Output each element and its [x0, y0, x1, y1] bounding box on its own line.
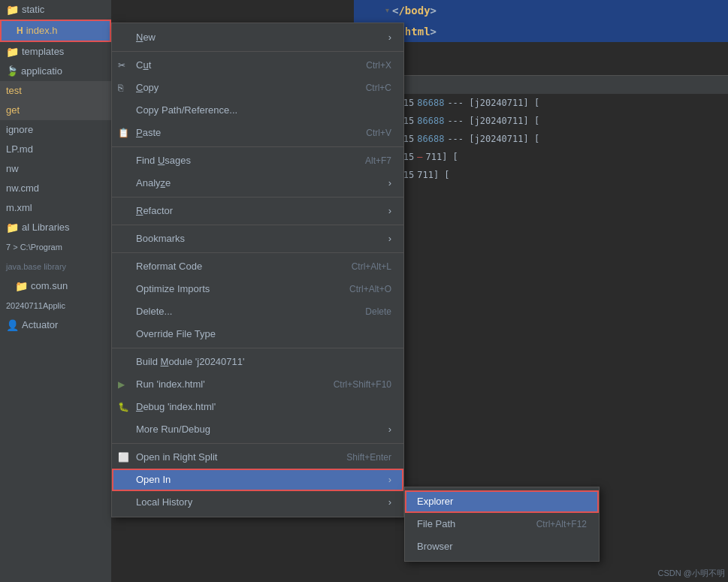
- debug-icon: 🐛: [118, 399, 129, 415]
- log-text-1: --- [j20240711] [: [447, 95, 539, 111]
- tree-label-ignore: ignore: [6, 122, 33, 138]
- menu-item-debug[interactable]: 🐛 Debug 'index.html': [112, 396, 403, 418]
- tree-item-templates[interactable]: 📁 templates: [0, 42, 111, 62]
- log-number-2: 86688: [417, 113, 444, 129]
- menu-arrow-open-in: ›: [388, 472, 391, 488]
- menu-item-build[interactable]: Build Module 'j20240711': [112, 351, 403, 373]
- menu-label-build: Build Module 'j20240711': [136, 354, 391, 370]
- tree-label-nwcmd: nw.cmd: [6, 180, 39, 197]
- menu-shortcut-paste: Ctrl+V: [366, 125, 391, 141]
- submenu-label-browser: Browser: [417, 538, 453, 555]
- tree-item-lpmd[interactable]: LP.md: [0, 140, 111, 159]
- log-number-3: 86688: [417, 131, 444, 147]
- submenu-shortcut-file-path: Ctrl+Alt+F12: [536, 516, 587, 532]
- tree-label-comsun: com.sun: [31, 278, 68, 294]
- tree-label-20240711: 20240711Applic: [6, 297, 65, 314]
- menu-label-cut: Cut: [136, 57, 351, 74]
- menu-item-open-right[interactable]: ⬜ Open in Right Split Shift+Enter: [112, 446, 403, 469]
- code-tag-body-close: /body: [398, 2, 430, 20]
- tree-item-test[interactable]: test: [0, 81, 111, 101]
- menu-label-copy-path: Copy Path/Reference...: [136, 102, 391, 119]
- menu-label-override: Override File Type: [136, 326, 391, 342]
- menu-item-refactor[interactable]: Refactor ›: [112, 200, 403, 222]
- menu-separator-4: [112, 225, 403, 225]
- tree-item-ignore[interactable]: ignore: [0, 120, 111, 140]
- submenu-item-file-path[interactable]: File Path Ctrl+Alt+F12: [405, 513, 599, 535]
- menu-label-open-right: Open in Right Split: [136, 449, 331, 466]
- menu-separator-7: [112, 443, 403, 444]
- tree-item-javabase[interactable]: java.base library: [0, 257, 111, 276]
- menu-label-copy: Copy: [136, 80, 351, 96]
- log-text-4: 711] [: [425, 149, 458, 165]
- tree-label-templates: templates: [22, 44, 64, 60]
- menu-label-run: Run 'index.html': [136, 376, 319, 393]
- submenu-item-browser[interactable]: Browser: [405, 535, 599, 558]
- log-number-1: 86688: [417, 95, 444, 111]
- menu-label-local-history: Local History: [136, 494, 382, 511]
- menu-item-find-usages[interactable]: Find Usages Alt+F7: [112, 149, 403, 172]
- tree-item-static[interactable]: 📁 static: [0, 0, 111, 20]
- tree-label-program: 7 > C:\Program: [6, 239, 62, 255]
- log-text-3: --- [j20240711] [: [447, 131, 539, 147]
- tree-item-program[interactable]: 7 > C:\Program: [0, 237, 111, 257]
- code-line-body: ▾ </body>: [354, 0, 728, 21]
- menu-item-new[interactable]: New ›: [112, 26, 403, 49]
- tree-item-actuator[interactable]: 👤 Actuator: [0, 315, 111, 335]
- menu-separator-5: [112, 252, 403, 253]
- actuator-icon: 👤: [6, 317, 19, 333]
- tree-item-index[interactable]: H index.h: [0, 20, 111, 42]
- code-bracket-html-close: >: [430, 23, 436, 41]
- menu-item-cut[interactable]: ✂ Cut Ctrl+X: [112, 54, 403, 77]
- menu-label-more-run: More Run/Debug: [136, 421, 382, 438]
- submenu-item-explorer[interactable]: Explorer: [405, 490, 599, 513]
- folder-icon: 📁: [6, 2, 19, 18]
- menu-item-local-history[interactable]: Local History ›: [112, 491, 403, 514]
- menu-item-reformat[interactable]: Reformat Code Ctrl+Alt+L: [112, 255, 403, 278]
- submenu: Explorer File Path Ctrl+Alt+F12 Browser: [404, 487, 600, 562]
- paste-icon: 📋: [118, 125, 129, 141]
- code-bracket-body-close: >: [430, 2, 436, 20]
- tree-item-get[interactable]: get: [0, 101, 111, 120]
- tree-label-test: test: [6, 83, 22, 99]
- menu-item-optimize[interactable]: Optimize Imports Ctrl+Alt+O: [112, 278, 403, 300]
- folder-icon-libraries: 📁: [6, 219, 19, 236]
- menu-item-open-in[interactable]: Open In ›: [112, 469, 403, 491]
- menu-arrow-more-run: ›: [388, 421, 391, 438]
- breadcrumb-bar: › body: [354, 75, 728, 95]
- tree-item-mxml[interactable]: m.xml: [0, 198, 111, 218]
- menu-item-more-run[interactable]: More Run/Debug ›: [112, 418, 403, 441]
- tree-item-nwcmd[interactable]: nw.cmd: [0, 179, 111, 198]
- menu-item-paste[interactable]: 📋 Paste Ctrl+V: [112, 122, 403, 144]
- console-line-4: 2024-07-15 — 711] [: [354, 148, 728, 166]
- menu-item-copy[interactable]: ⎘ Copy Ctrl+C: [112, 77, 403, 99]
- menu-arrow-refactor: ›: [388, 203, 391, 219]
- menu-label-debug: Debug 'index.html': [136, 399, 391, 415]
- tree-label-libraries: al Libraries: [22, 219, 70, 236]
- menu-shortcut-find-usages: Alt+F7: [365, 152, 391, 169]
- menu-label-reformat: Reformat Code: [136, 258, 337, 275]
- menu-label-optimize: Optimize Imports: [136, 281, 334, 297]
- menu-item-delete[interactable]: Delete... Delete: [112, 300, 403, 323]
- log-dash-4: —: [417, 149, 422, 165]
- run-icon: ▶: [118, 376, 125, 393]
- menu-item-copy-path[interactable]: Copy Path/Reference...: [112, 99, 403, 122]
- tree-item-20240711[interactable]: 20240711Applic: [0, 296, 111, 315]
- tree-item-libraries[interactable]: 📁 al Libraries: [0, 218, 111, 237]
- menu-arrow-bookmarks: ›: [388, 231, 391, 247]
- menu-separator-2: [112, 146, 403, 147]
- menu-item-bookmarks[interactable]: Bookmarks ›: [112, 228, 403, 250]
- menu-separator-1: [112, 51, 403, 52]
- tree-label-get: get: [6, 102, 20, 119]
- menu-item-override[interactable]: Override File Type: [112, 323, 403, 345]
- split-icon: ⬜: [118, 449, 129, 466]
- tree-label-mxml: m.xml: [6, 200, 32, 216]
- tree-label-lpmd: LP.md: [6, 141, 33, 158]
- menu-shortcut-open-right: Shift+Enter: [346, 449, 391, 466]
- menu-label-paste: Paste: [136, 125, 351, 141]
- menu-label-new: New: [136, 29, 382, 46]
- tree-item-nw[interactable]: nw: [0, 159, 111, 179]
- tree-item-comsun[interactable]: 📁 com.sun: [0, 276, 111, 296]
- menu-item-analyze[interactable]: Analyze ›: [112, 172, 403, 195]
- tree-item-application[interactable]: 🍃 applicatio: [0, 62, 111, 81]
- menu-item-run[interactable]: ▶ Run 'index.html' Ctrl+Shift+F10: [112, 373, 403, 396]
